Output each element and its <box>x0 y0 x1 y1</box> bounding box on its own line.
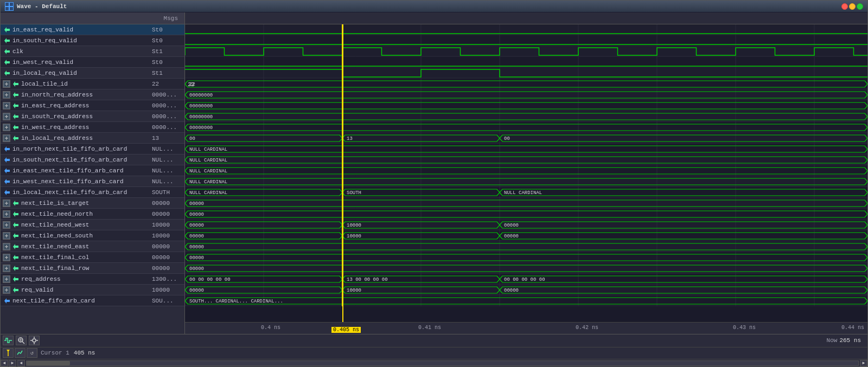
svg-marker-4 <box>4 38 10 43</box>
signal-value: 00000 <box>152 200 184 207</box>
svg-marker-5 <box>4 49 10 54</box>
title-bar: Wave - Default <box>1 1 867 12</box>
settings-icon[interactable] <box>29 336 40 345</box>
signal-row[interactable]: in_east_req_address 0000... <box>1 100 184 111</box>
expand-icon[interactable] <box>3 80 10 88</box>
signal-row[interactable]: clk St1 <box>1 46 184 57</box>
signal-type-icon <box>11 80 20 88</box>
zoom-icon[interactable] <box>16 336 27 345</box>
cursor-line[interactable] <box>342 24 343 322</box>
cursor-icon-3[interactable]: ↺ <box>27 348 37 358</box>
expand-icon[interactable] <box>3 199 10 207</box>
scroll-right-end[interactable]: ► <box>860 360 867 366</box>
signal-name: next_tile_final_col <box>21 254 152 261</box>
expand-icon[interactable] <box>3 275 10 283</box>
signal-row[interactable]: in_east_req_valid St0 <box>1 24 184 35</box>
signal-name: clk <box>12 48 152 55</box>
wave-canvas <box>185 24 867 306</box>
svg-marker-72 <box>13 287 18 293</box>
signal-type-icon <box>11 101 20 110</box>
signal-name: in_west_req_valid <box>12 59 152 66</box>
signal-row[interactable]: local_tile_id 22 <box>1 79 184 89</box>
signal-row[interactable]: in_north_next_tile_fifo_arb_card NUL... <box>1 144 184 154</box>
scroll-up[interactable]: ◄ <box>17 360 25 366</box>
signal-type-icon <box>11 134 20 143</box>
signal-row[interactable]: in_south_next_tile_fifo_arb_card NUL... <box>1 154 184 165</box>
expand-icon[interactable] <box>3 232 10 240</box>
expand-icon[interactable] <box>3 254 10 261</box>
timeline-label: 0.44 ns <box>841 325 864 331</box>
signal-value: 0000... <box>152 102 184 109</box>
signal-row[interactable]: next_tile_is_target 00000 <box>1 198 184 209</box>
signal-value: SOU... <box>152 298 184 304</box>
signal-row[interactable]: in_south_req_address 0000... <box>1 111 184 122</box>
signal-value: St1 <box>152 70 184 76</box>
signal-name: next_tile_need_west <box>21 222 152 228</box>
svg-marker-7 <box>4 70 10 76</box>
expand-icon[interactable] <box>3 286 10 294</box>
signal-row[interactable]: in_local_req_address 13 <box>1 133 184 144</box>
signal-name: next_tile_final_row <box>21 265 152 272</box>
expand-icon[interactable] <box>3 113 10 120</box>
svg-marker-56 <box>13 244 18 249</box>
expand-icon[interactable] <box>3 134 10 142</box>
scroll-left[interactable]: ◄ <box>1 360 8 366</box>
expand-icon[interactable] <box>3 124 10 131</box>
signal-type-icon <box>3 188 11 197</box>
waveform-rows[interactable] <box>185 24 867 322</box>
signal-row[interactable]: next_tile_fifo_arb_card SOU... <box>1 295 184 306</box>
signal-name: in_east_req_address <box>21 102 152 109</box>
signal-row[interactable]: in_north_req_address 0000... <box>1 89 184 100</box>
cursor-row: ↺ Cursor 1 405 ns <box>1 347 867 359</box>
signal-value: NUL... <box>152 178 184 185</box>
cursor-time-label: 0.405 ns <box>331 327 361 333</box>
msgs-header: Msgs <box>164 15 182 22</box>
signal-value: 00000 <box>152 243 184 250</box>
signal-row[interactable]: next_tile_final_row 00000 <box>1 263 184 274</box>
now-value: 265 ns <box>839 337 861 344</box>
expand-icon[interactable] <box>3 243 10 250</box>
wave-icon-1[interactable] <box>3 336 14 345</box>
signal-row[interactable]: in_west_req_address 0000... <box>1 122 184 133</box>
svg-marker-27 <box>13 125 18 130</box>
maximize-button[interactable] <box>857 3 863 10</box>
expand-icon[interactable] <box>3 210 10 218</box>
signal-row[interactable]: in_local_req_valid St1 <box>1 68 184 79</box>
svg-marker-36 <box>4 190 10 195</box>
expand-icon[interactable] <box>3 265 10 272</box>
signal-row[interactable]: in_west_req_valid St0 <box>1 57 184 68</box>
signal-row[interactable]: next_tile_need_south 10000 <box>1 230 184 241</box>
minimize-button[interactable] <box>849 3 856 10</box>
signal-row[interactable]: next_tile_need_west 10000 <box>1 220 184 230</box>
expand-icon[interactable] <box>3 102 10 110</box>
signal-row[interactable]: next_tile_need_north 00000 <box>1 209 184 220</box>
timeline-label: 0.43 ns <box>733 325 756 331</box>
signal-name: in_south_req_valid <box>12 37 152 44</box>
signal-row[interactable]: in_west_next_tile_fifo_arb_card NUL... <box>1 176 184 187</box>
expand-icon[interactable] <box>3 91 10 99</box>
svg-marker-64 <box>13 266 18 271</box>
bottom-toolbar: Now 265 ns <box>1 334 867 347</box>
signal-name: in_south_req_address <box>21 113 152 120</box>
horizontal-scrollbar[interactable] <box>26 360 859 366</box>
cursor-icon-1[interactable] <box>3 348 14 358</box>
signal-type-icon <box>3 36 11 45</box>
app-icon <box>5 2 14 11</box>
svg-marker-6 <box>4 60 10 65</box>
svg-marker-11 <box>13 81 18 87</box>
cursor-value: 405 ns <box>74 350 95 356</box>
scroll-right[interactable]: ► <box>9 360 16 366</box>
signal-type-icon <box>11 264 20 273</box>
signal-row[interactable]: in_east_next_tile_fifo_arb_card NUL... <box>1 165 184 176</box>
signal-row[interactable]: req_valid 10000 <box>1 285 184 295</box>
expand-icon[interactable] <box>3 221 10 229</box>
signal-type-icon <box>3 166 11 175</box>
signal-row[interactable]: next_tile_need_east 00000 <box>1 241 184 252</box>
signal-row[interactable]: req_address 1300... <box>1 274 184 285</box>
signal-value: St0 <box>152 59 184 66</box>
cursor-icon-2[interactable] <box>15 348 25 358</box>
signal-row[interactable]: in_local_next_tile_fifo_arb_card SOUTH <box>1 187 184 198</box>
close-button[interactable] <box>841 3 848 10</box>
signal-row[interactable]: in_south_req_valid St0 <box>1 35 184 46</box>
signal-row[interactable]: next_tile_final_col 00000 <box>1 252 184 263</box>
